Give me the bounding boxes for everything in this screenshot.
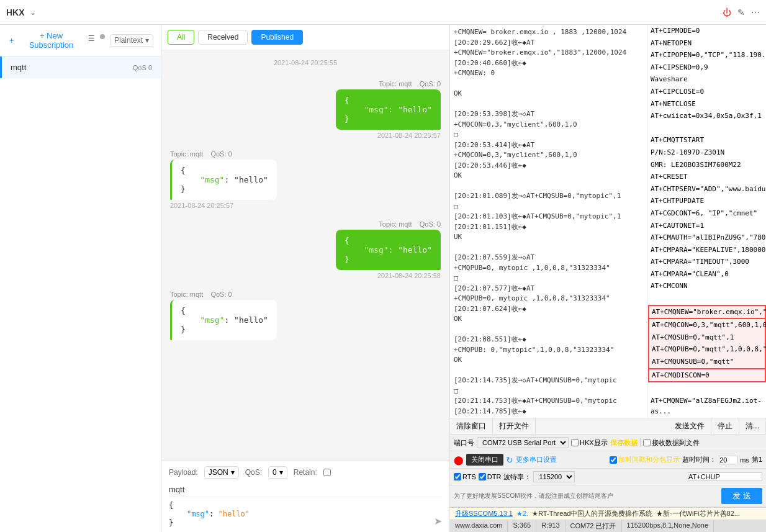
message-received-1: Topic: mqtt QoS: 0 { "msg": "hello" } 20… [170, 150, 319, 209]
serial-send-area: 为了更好地发展SSCOM软件，请您注册成立创群结尾客户 发 送 [450, 485, 766, 507]
msg-content-rcv-1-close: } [181, 184, 268, 194]
rsc-line: GMR: LE2OBO3SIM7600M22 [648, 159, 766, 171]
tab-all[interactable]: All [168, 30, 194, 45]
hkx-display-check: HKX显示 [571, 438, 608, 448]
edit-icon[interactable]: ✎ [737, 7, 745, 17]
payload-line-2: "msg": "hello" [169, 510, 434, 518]
payload-label: Payload: [169, 468, 198, 477]
tab-published[interactable]: Published [251, 30, 303, 45]
rsc-line: AT+CMQNEW="alZ8aFEGJm2.iot-as... [648, 395, 766, 418]
dtr-checkbox[interactable] [479, 473, 486, 480]
more-port-button[interactable]: 更多串口设置 [516, 455, 557, 464]
receive-data-checkbox[interactable] [643, 439, 651, 446]
rsc-line [648, 382, 766, 395]
messages-area[interactable]: 2021-08-24 20:25:55 Topic: mqtt QoS: 0 {… [161, 50, 449, 461]
term-line [454, 325, 644, 335]
term-line: [20:21:01.103]收←◆AT+CMQSUB=0,"mytopic",1 [454, 212, 644, 222]
rsc-line: P/N:S2-1097D-Z301N [648, 147, 766, 159]
term-line: [20:21:07.577]收←◆AT [454, 284, 644, 294]
term-line: □ [454, 386, 644, 397]
rsc-line-highlight: AT+CMQPUB=0,"mqtt",1,0,0,8,"3... [648, 343, 766, 356]
send-file-button[interactable]: 发送文件 [669, 418, 711, 434]
open-file-button[interactable]: 打开文件 [493, 418, 536, 434]
send-button[interactable]: 发 送 [721, 488, 762, 504]
term-line: +CMQNEW="broker.emqx.io","1883",12000,10… [454, 48, 644, 58]
terminal-output[interactable]: +CMQNEW= broker.emqx.io , 1883 ,12000,10… [450, 25, 648, 418]
rsc-line: AT+CGDCONT=6, "IP","cmnet" [648, 207, 766, 220]
term-line: [20:20:53.446]收←◆ [454, 161, 644, 171]
refresh-icon[interactable]: ↻ [506, 455, 513, 465]
close-serial-button[interactable]: 关闭串口 [466, 454, 503, 466]
retain-label: Retain: [294, 468, 317, 477]
at-command-input[interactable]: AT+CHUP [688, 472, 762, 481]
term-line: UK [454, 232, 644, 243]
subscription-name: mqtt [11, 63, 133, 72]
stop-button[interactable]: 停止 [711, 418, 739, 434]
input-options-row: Payload: JSON ▾ QoS: 0 ▾ Retain: [169, 466, 442, 479]
clear-button[interactable]: 清... [739, 418, 766, 434]
app-chevron-icon: ⌄ [30, 8, 36, 17]
menu-icon[interactable]: ⋯ [751, 7, 760, 17]
term-line [454, 181, 644, 192]
upgrade-link[interactable]: 升级SSCOM5.13.1 [455, 509, 513, 518]
spacer [640, 438, 641, 447]
payload-line-3: } [169, 518, 434, 527]
qos-label: QoS: [245, 468, 262, 477]
term-line: □ [454, 130, 644, 140]
msg-content-rcv-2-close: } [181, 325, 268, 334]
sidebar-header: ＋ + New Subscription ☰ Plaintext ▾ [0, 25, 161, 56]
msg-content-rcv-1-body: "msg": "hello" [181, 175, 268, 184]
upgrade-star1: ★2. [516, 510, 528, 518]
baud-label: 波特率： [503, 472, 531, 482]
red-dot-icon: ⬤ [454, 455, 464, 465]
term-line [454, 243, 644, 253]
list-icon[interactable]: ☰ [88, 34, 95, 47]
hkx-display-label: HKX显示 [580, 438, 608, 448]
qos-select[interactable]: 0 ▾ [268, 466, 287, 479]
msg-content-sent-2: { [345, 236, 432, 245]
status-website: www.daxia.com [450, 520, 508, 532]
message-sent-1: Topic: mqtt QoS: 0 { "msg": "hello" } 20… [336, 80, 441, 139]
msg-meta-sent-1: Topic: mqtt QoS: 0 [379, 80, 441, 88]
format-label: Plaintext [114, 36, 143, 45]
top-bar-icons: ⏻ ✎ ⋯ [723, 7, 760, 17]
format-select[interactable]: Plaintext ▾ [110, 34, 153, 47]
new-sub-plus-icon: ＋ [7, 35, 16, 46]
term-line [454, 79, 644, 89]
send-icon[interactable]: ➤ [434, 515, 442, 527]
msg-bubble-sent-2: { "msg": "hello" } [336, 230, 441, 270]
timestamp-1: 2021-08-24 20:25:55 [170, 59, 441, 66]
timestamp-checkbox[interactable] [610, 456, 617, 464]
rsc-line: AT+NETOPEN [648, 37, 766, 50]
new-subscription-button[interactable]: ＋ + New Subscription [7, 31, 84, 50]
clear-window-button[interactable]: 清除窗口 [450, 418, 493, 434]
tab-received[interactable]: Received [198, 30, 248, 45]
receive-data-label: 接收数据到文件 [652, 438, 700, 448]
term-line: +CMQNEW= broker.emqx.io , 1883 ,12000,10… [454, 27, 644, 38]
msg-time-rcv-1: 2021-08-24 20:25:57 [170, 202, 233, 209]
payload-format-select[interactable]: JSON ▾ [204, 466, 239, 479]
serial-toolbar: 清除窗口 打开文件 发送文件 停止 清... [450, 418, 766, 435]
term-line: [20:21:14.785]收←◆ [454, 407, 644, 417]
connection-status-dot [100, 34, 105, 39]
rsc-line: Waveshare [648, 73, 766, 86]
rsc-line [648, 122, 766, 135]
qos-chevron: ▾ [279, 468, 283, 477]
timeout-unit: ms [740, 456, 749, 464]
topic-input[interactable] [169, 482, 442, 497]
baud-select[interactable]: 115200 [533, 471, 575, 482]
hkx-display-checkbox[interactable] [571, 439, 579, 446]
rts-checkbox[interactable] [454, 473, 461, 480]
retain-checkbox[interactable] [323, 469, 331, 476]
timeout-input[interactable] [719, 456, 737, 464]
rsc-line [648, 292, 766, 305]
term-line: +CMQPUB=0, mytopic ,1,0,0,8,"31323334" [454, 294, 644, 304]
port-select[interactable]: COM72 USB Serial Port [477, 437, 569, 448]
rsc-line-highlight: AT+CMQCON=0,3,"mqtt",600,1,0 [648, 319, 766, 331]
power-icon[interactable]: ⏻ [723, 7, 731, 17]
subscription-item-mqtt[interactable]: mqtt QoS 0 [0, 56, 161, 78]
status-bar: www.daxia.com S:365 R:913 COM72 已打开 1152… [450, 520, 766, 532]
dtr-label: DTR [487, 473, 502, 480]
filter-tabs: All Received Published [161, 25, 449, 50]
status-received: R:913 [536, 520, 565, 532]
